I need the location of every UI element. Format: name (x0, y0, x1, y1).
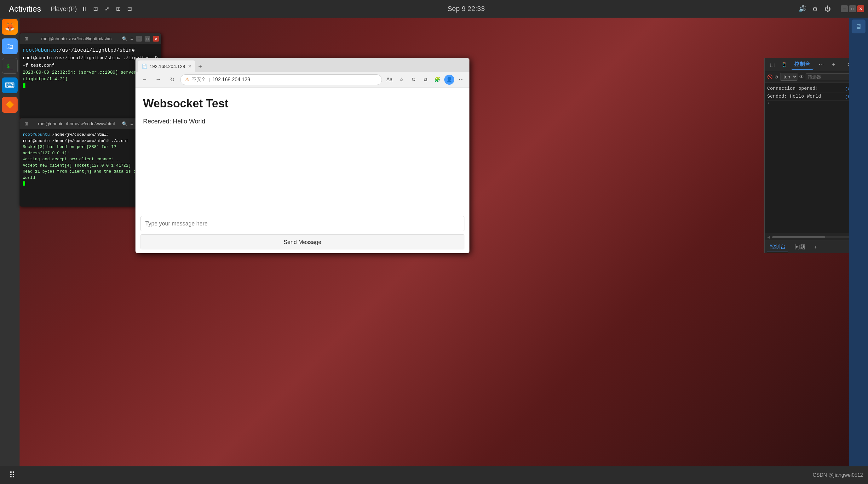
browser-main-content: Websocket Test Received: Hello World (135, 88, 469, 141)
terminal-top-icon: ⊞ (22, 34, 31, 43)
wm-maximize-main[interactable]: □ (849, 5, 856, 12)
right-edge-panel: 🔊 🖥 (849, 0, 868, 484)
power-icon[interactable]: ⏻ (823, 4, 832, 13)
address-text: 192.168.204.129 (212, 77, 250, 83)
refresh-icon[interactable]: ↻ (408, 75, 418, 85)
browser-content-area: Websocket Test Received: Hello World Sen… (135, 88, 469, 253)
wm-minimize-main[interactable]: ─ (841, 5, 848, 12)
favorites-icon[interactable]: ☆ (396, 75, 406, 85)
devtools-bottom-tab-add[interactable]: + (812, 243, 820, 252)
apps-grid-button[interactable]: ⠿ (5, 468, 19, 482)
devtools-bottom-tab-issues[interactable]: 问题 (792, 242, 808, 252)
scroll-thumb (772, 236, 825, 238)
panel-tool3[interactable]: ⊞ (114, 4, 123, 13)
browser-tab-label: 192.168.204.129 (150, 64, 185, 69)
devtools-filter-icon[interactable]: ⊘ (774, 72, 778, 82)
terminal-bottom-search[interactable]: 🔍 (122, 121, 127, 126)
wm-close-main[interactable]: ✕ (857, 5, 864, 12)
panel-tool1[interactable]: ⊡ (91, 4, 100, 13)
sidebar-item-vscode[interactable]: ⌨ (2, 77, 18, 93)
browser-toolbar: ← → ↻ ⚠ 不安全 | 192.168.204.129 Aa ☆ ↻ ⧉ 🧩… (135, 72, 469, 88)
devtools-clear-icon[interactable]: 🚫 (767, 72, 773, 82)
received-message: Received: Hello World (143, 118, 462, 125)
terminal-top-close[interactable]: ✕ (153, 36, 159, 41)
profile-icon[interactable]: 👤 (444, 75, 454, 85)
translate-icon[interactable]: Aa (384, 75, 395, 85)
security-warning-icon: ⚠ (185, 76, 189, 83)
split-view-icon[interactable]: ⧉ (420, 75, 430, 85)
tab-close-button[interactable]: ✕ (188, 64, 191, 69)
address-bar[interactable]: ⚠ 不安全 | 192.168.204.129 (180, 74, 382, 85)
left-sidebar: 🦊 🗂 $_ ⌨ 🔶 ⠿ (0, 0, 20, 484)
scroll-track[interactable] (772, 236, 861, 238)
terminal-bottom-icon: ⊞ (22, 119, 31, 128)
re-btn2[interactable]: 🖥 (851, 20, 866, 33)
audio-icon[interactable]: 🔊 (798, 4, 807, 13)
terminal-top-titlebar: ⊞ root@ubuntu: /usr/local/lighttpd/sbin … (20, 33, 161, 44)
panel-tool2[interactable]: ⤢ (103, 4, 112, 13)
watermark-text: CSDN @jiangwei0512 (813, 472, 863, 478)
devtools-inspect-icon[interactable]: ⬚ (767, 60, 777, 70)
devtools-tab-more[interactable]: ⋯ (815, 60, 827, 69)
player-menu[interactable]: Player(P) (51, 5, 77, 12)
devtools-device-icon[interactable]: 📱 (779, 60, 789, 70)
terminal-top-title: root@ubuntu: /usr/local/lighttpd/sbin (33, 36, 120, 41)
scroll-left-btn[interactable]: ◂ (767, 234, 770, 240)
panel-datetime: Sep 9 22:33 (134, 5, 798, 13)
message-input[interactable] (141, 216, 464, 231)
new-tab-button[interactable]: + (195, 62, 206, 72)
terminal-bottom-menu[interactable]: ≡ (130, 121, 133, 126)
sidebar-item-firefox[interactable]: 🦊 (2, 19, 18, 35)
activities-button[interactable]: Activities (4, 0, 46, 18)
browser-toolbar-right: Aa ☆ ↻ ⧉ 🧩 👤 ⋯ (384, 75, 466, 85)
sidebar-item-ubuntu[interactable]: 🔶 (2, 97, 18, 113)
reload-button[interactable]: ↻ (166, 74, 178, 85)
devtools-eye-icon[interactable]: 👁 (799, 72, 804, 82)
terminal-top-minimize[interactable]: ─ (136, 36, 142, 41)
tab-favicon: 📄 (142, 64, 147, 69)
devtools-tab-console[interactable]: 控制台 (791, 59, 813, 70)
back-button[interactable]: ← (138, 74, 150, 85)
bottom-bar: ⠿ CSDN @jiangwei0512 (0, 466, 868, 484)
browser-tab-active[interactable]: 📄 192.168.204.129 ✕ (138, 61, 195, 72)
devtools-bottom-tab-console[interactable]: 控制台 (767, 242, 788, 252)
sidebar-item-terminal[interactable]: $_ (2, 58, 18, 74)
panel-tool4[interactable]: ⊟ (125, 4, 134, 13)
pause-icon[interactable]: ⏸ (80, 4, 89, 13)
warning-text: 不安全 (192, 76, 206, 83)
terminal-bottom-title: root@ubuntu: /home/jw/code/www/html (33, 121, 120, 126)
settings-icon[interactable]: ⚙ (811, 4, 819, 13)
devtools-log2-msg: Sended: Hello World (767, 94, 821, 99)
terminal-top-menu[interactable]: ≡ (130, 36, 133, 41)
page-title: Websocket Test (143, 97, 462, 110)
separator: | (209, 77, 210, 82)
terminal-top-search[interactable]: 🔍 (122, 36, 127, 41)
forward-button[interactable]: → (153, 74, 164, 85)
sidebar-item-files[interactable]: 🗂 (2, 38, 18, 54)
terminal-top-maximize[interactable]: □ (145, 36, 150, 41)
browser-input-area: Send Message (135, 212, 469, 253)
top-panel: Activities Player(P) ⏸ ⊡ ⤢ ⊞ ⊟ Sep 9 22:… (0, 0, 868, 18)
devtools-tab-add[interactable]: + (829, 60, 838, 69)
panel-right-icons: 🔊 ⚙ ⏻ ─ □ ✕ (798, 4, 864, 13)
more-menu-icon[interactable]: ⋯ (456, 75, 466, 85)
browser-window: 📄 192.168.204.129 ✕ + ← → ↻ ⚠ 不安全 | 192.… (135, 58, 469, 253)
extensions-icon[interactable]: 🧩 (432, 75, 442, 85)
send-message-button[interactable]: Send Message (141, 234, 464, 249)
browser-tabs-bar: 📄 192.168.204.129 ✕ + (135, 58, 469, 72)
devtools-context-select[interactable]: top (780, 73, 798, 80)
devtools-log1-msg: Connection opened! (767, 86, 818, 91)
